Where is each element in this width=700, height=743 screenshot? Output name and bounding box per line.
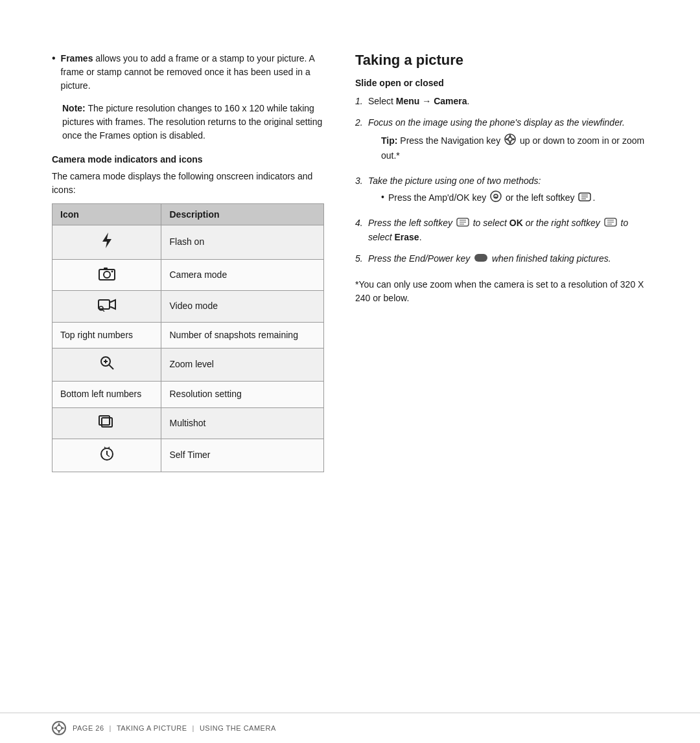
frames-text: allows you to add a frame or a stamp to …: [61, 53, 314, 91]
step-3-text: Take the picture using one of two method…: [368, 174, 595, 209]
footer-page: PAGE 26: [73, 724, 104, 732]
table-row: Multishot: [52, 407, 324, 439]
step-3-num: 3.: [355, 174, 368, 188]
step-5: 5. Press the End/Power key when finished…: [355, 252, 648, 266]
camera-mode-icon: [99, 266, 115, 280]
step-5-num: 5.: [355, 252, 368, 266]
svg-marker-0: [102, 233, 111, 248]
video-mode-icon: [98, 297, 116, 312]
table-row: Bottom left numbers Resolution setting: [52, 381, 324, 407]
table-row: Top right numbers Number of snapshots re…: [52, 322, 324, 349]
nav-key-icon: [504, 133, 516, 145]
table-desc-cell: Flash on: [161, 225, 324, 260]
step-4-text: Press the left softkey to select OK or t…: [368, 216, 648, 244]
svg-point-21: [508, 137, 512, 141]
svg-marker-6: [110, 300, 115, 309]
section-title: Taking a picture: [355, 52, 648, 69]
step-3: 3. Take the picture using one of two met…: [355, 174, 648, 209]
footer-logo-icon: [52, 721, 66, 735]
svg-marker-45: [58, 731, 60, 734]
left-column: • Frames allows you to add a frame or a …: [52, 52, 324, 674]
table-desc-cell: Camera mode: [161, 259, 324, 291]
step-4-num: 4.: [355, 216, 368, 230]
self-timer-icon: [99, 446, 115, 461]
sub-bullet-item-1: • Press the Amp'd/OK key +: [381, 190, 595, 206]
right-softkey-icon-4: [604, 218, 617, 227]
step-5-text: Press the End/Power key when finished ta…: [368, 252, 611, 266]
note-label: Note:: [62, 103, 86, 113]
step-1-num: 1.: [355, 95, 368, 108]
table-header-row: Icon Description: [52, 204, 324, 225]
step-2-num: 2.: [355, 116, 368, 130]
table-desc-cell: Video mode: [161, 291, 324, 323]
svg-line-8: [102, 310, 104, 312]
zoom-icon: [99, 355, 115, 371]
svg-line-17: [107, 455, 110, 457]
bullet-frames: • Frames allows you to add a frame or a …: [52, 52, 324, 93]
table-icon-text-cell: Bottom left numbers: [52, 381, 161, 407]
table-desc-cell: Zoom level: [161, 349, 324, 382]
steps-list: 1. Select Menu → Camera. 2. Focus on the…: [355, 95, 648, 266]
step-1: 1. Select Menu → Camera.: [355, 95, 648, 108]
svg-line-18: [104, 447, 106, 448]
footer-divider-2: |: [192, 724, 194, 732]
table-desc-cell: Resolution setting: [161, 381, 324, 407]
col-icon-header: Icon: [52, 204, 161, 225]
note-text: The picture resolution changes to 160 x …: [62, 103, 322, 141]
svg-marker-46: [53, 727, 56, 729]
bullet-frames-text: Frames allows you to add a frame or a st…: [61, 52, 324, 93]
left-softkey-icon-4: [456, 218, 469, 227]
table-desc-cell: Self Timer: [161, 439, 324, 472]
bullet-dot: •: [52, 52, 56, 64]
svg-rect-3: [104, 268, 108, 270]
tip-block: Tip: Press the Navigation key: [381, 133, 648, 163]
svg-point-2: [104, 271, 110, 278]
svg-point-4: [111, 270, 113, 272]
table-icon-cell: [52, 407, 161, 439]
menu-label: Menu: [396, 96, 420, 106]
svg-line-10: [109, 365, 113, 370]
zoom-note: *You can only use zoom when the camera i…: [355, 278, 648, 305]
footer-divider-1: |: [110, 724, 111, 732]
step-4: 4. Press the left softkey: [355, 216, 648, 244]
svg-marker-47: [62, 727, 65, 729]
footer-section2: USING THE CAMERA: [200, 724, 276, 732]
svg-marker-44: [58, 722, 60, 726]
table-icon-cell: [52, 439, 161, 472]
footer: PAGE 26 | TAKING A PICTURE | USING THE C…: [0, 713, 700, 743]
table-row: Camera mode: [52, 259, 324, 291]
table-icon-cell: [52, 349, 161, 382]
footer-section1: TAKING A PICTURE: [117, 724, 187, 732]
table-row: Flash on: [52, 225, 324, 260]
right-column: Taking a picture Slide open or closed 1.…: [355, 52, 648, 674]
flash-icon: [100, 232, 114, 249]
subsection-title: Slide open or closed: [355, 78, 648, 88]
step-2-text: Focus on the image using the phone's dis…: [368, 116, 648, 166]
content-area: • Frames allows you to add a frame or a …: [0, 0, 700, 713]
svg-line-19: [108, 447, 110, 448]
table-icon-cell: [52, 225, 161, 260]
sub-bullet-1: • Press the Amp'd/OK key +: [381, 190, 595, 206]
table-desc-cell: Multishot: [161, 407, 324, 439]
svg-rect-5: [99, 300, 110, 309]
table-row: Video mode: [52, 291, 324, 323]
step-1-text: Select Menu → Camera.: [368, 95, 469, 108]
col-desc-header: Description: [161, 204, 324, 225]
note-block: Note: The picture resolution changes to …: [62, 102, 324, 143]
camera-section-intro: The camera mode displays the following o…: [52, 170, 324, 197]
table-desc-cell: Number of snapshots remaining: [161, 322, 324, 349]
svg-point-43: [56, 726, 62, 731]
ampd-ok-icon: +: [490, 190, 502, 202]
svg-rect-41: [474, 254, 487, 262]
table-icon-text-cell: Top right numbers: [52, 322, 161, 349]
camera-section-heading: Camera mode indicators and icons: [52, 154, 324, 165]
table-icon-cell: [52, 259, 161, 291]
tip-label: Tip:: [381, 135, 397, 146]
camera-label: Camera: [434, 96, 467, 106]
softkey-left-icon: [578, 192, 591, 201]
table-body: Flash on Camera: [52, 225, 324, 472]
icon-table: Icon Description Flash on: [52, 203, 324, 472]
multishot-icon: [99, 415, 115, 429]
frames-label: Frames: [61, 53, 93, 63]
table-icon-cell: [52, 291, 161, 323]
